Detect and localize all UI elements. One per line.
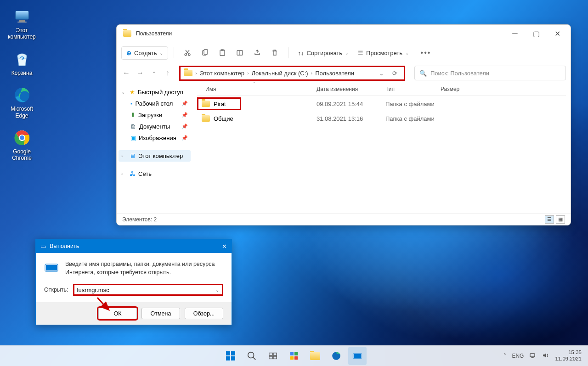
close-button[interactable]: ✕ (222, 243, 227, 250)
delete-button[interactable] (267, 45, 283, 61)
col-type[interactable]: Тип (385, 86, 441, 92)
desktop-icon-label: Microsoft Edge (11, 106, 33, 119)
address-bar[interactable]: › Этот компьютер › Локальный диск (C:) ›… (179, 66, 405, 81)
svg-rect-18 (226, 351, 230, 355)
sidebar-item-this-pc[interactable]: › 🖥 Этот компьютер (119, 150, 191, 162)
close-button[interactable]: ✕ (547, 26, 568, 41)
sidebar-item-network[interactable]: › 🖧 Сеть (119, 168, 191, 180)
minimize-button[interactable]: ─ (504, 26, 526, 41)
sidebar-quick-access[interactable]: ⌄ ★ Быстрый доступ (119, 86, 191, 98)
svg-rect-12 (220, 50, 225, 56)
recycle-bin-icon (12, 50, 32, 69)
tray-chevron-icon[interactable]: ˄ (503, 353, 506, 359)
details-view-toggle[interactable]: ☰ (545, 215, 554, 224)
search-button[interactable] (243, 347, 261, 365)
address-dropdown[interactable]: ⌄ (376, 70, 387, 77)
rename-button[interactable] (232, 45, 248, 61)
paste-button[interactable] (215, 45, 230, 61)
edge-taskbar-button[interactable] (327, 347, 345, 365)
run-prompt: Введите имя программы, папки, документа … (65, 260, 223, 276)
network-icon[interactable] (529, 352, 537, 360)
cancel-button[interactable]: Отмена (141, 308, 180, 319)
sidebar-item-desktop[interactable]: ▪ Рабочий стол 📌 (119, 98, 191, 109)
column-headers[interactable]: Имя Дата изменения Тип Размер (197, 83, 566, 96)
run-titlebar[interactable]: ▭ Выполнить ✕ (36, 239, 232, 253)
file-row[interactable]: Общие 31.08.2021 13:16 Папка с файлами (197, 112, 566, 125)
search-input[interactable]: 🔍 Поиск: Пользователи (414, 66, 566, 80)
new-label: Создать (134, 50, 157, 56)
pin-icon: 📌 (181, 112, 188, 118)
sidebar-item-documents[interactable]: 🗎 Документы 📌 (119, 121, 191, 132)
desktop-icons: Этот компьютер Корзина Microsoft Edge Go… (5, 7, 39, 162)
time-text: 15:35 (555, 349, 582, 356)
share-button[interactable] (249, 45, 265, 61)
sidebar-item-pictures[interactable]: ▣ Изображения 📌 (119, 132, 191, 144)
file-name: Общие (214, 115, 233, 122)
desktop-icon-label: Корзина (11, 70, 33, 76)
sidebar-label: Быстрый доступ (138, 89, 183, 96)
explorer-taskbar-button[interactable] (306, 347, 324, 365)
up-button[interactable]: ↑ (163, 69, 173, 77)
folder-icon (123, 30, 131, 37)
col-size[interactable]: Размер (441, 86, 477, 92)
toolbar: ⊕ Создать ⌄ ↑↓ Сортировать ⌄ ☰ Просмотре… (117, 42, 571, 63)
run-taskbar-button[interactable] (348, 347, 367, 365)
clock[interactable]: 15:35 11.09.2021 (555, 349, 582, 362)
search-placeholder: Поиск: Пользователи (430, 70, 489, 77)
svg-point-22 (248, 352, 254, 358)
sidebar-label: Рабочий стол (136, 100, 173, 107)
desktop-icon-recycle-bin[interactable]: Корзина (5, 50, 39, 76)
breadcrumb-segment[interactable]: Локальный диск (C:) (252, 70, 308, 77)
back-button[interactable]: ← (121, 69, 131, 77)
browse-button[interactable]: Обзор... (185, 308, 223, 319)
widgets-button[interactable] (285, 347, 303, 365)
forward-button[interactable]: → (135, 69, 145, 77)
file-date: 09.09.2021 15:44 (317, 101, 385, 107)
edge-icon (12, 85, 32, 105)
recent-dropdown[interactable]: ⌄ (149, 69, 159, 77)
svg-rect-17 (46, 265, 57, 270)
desktop-icon-chrome[interactable]: Google Chrome (5, 128, 39, 162)
volume-icon[interactable] (542, 352, 549, 360)
svg-rect-34 (354, 354, 362, 358)
chevron-down-icon[interactable]: ⌄ (215, 287, 219, 293)
maximize-button[interactable]: ▢ (526, 26, 547, 41)
sidebar-item-downloads[interactable]: ⬇ Загрузки 📌 (119, 109, 191, 121)
refresh-button[interactable]: ⟳ (390, 70, 400, 77)
svg-line-23 (253, 357, 256, 360)
date-text: 11.09.2021 (555, 356, 582, 362)
file-row[interactable]: Pirat 09.09.2021 15:44 Папка с файлами (197, 97, 566, 110)
start-button[interactable] (221, 347, 240, 365)
sort-button[interactable]: ↑↓ Сортировать ⌄ (294, 47, 352, 59)
col-name[interactable]: Имя (197, 86, 317, 92)
desktop-icon-this-pc[interactable]: Этот компьютер (5, 7, 39, 40)
task-view-button[interactable] (264, 347, 282, 365)
pin-icon: 📌 (181, 124, 188, 130)
run-input[interactable]: lusrmgr.msc ⌄ (73, 284, 223, 296)
new-button[interactable]: ⊕ Создать ⌄ (121, 46, 168, 60)
svg-rect-24 (269, 353, 272, 356)
svg-rect-28 (290, 352, 294, 355)
more-button[interactable]: ••• (418, 45, 434, 61)
view-button[interactable]: ☰ Просмотреть ⌄ (354, 47, 413, 59)
breadcrumb-segment[interactable]: Этот компьютер (200, 70, 244, 77)
icons-view-toggle[interactable]: ▦ (556, 215, 565, 224)
svg-rect-25 (273, 353, 277, 356)
run-value: lusrmgr.msc (77, 287, 109, 293)
svg-rect-26 (269, 356, 272, 359)
file-list: ˄ Имя Дата изменения Тип Размер Pirat 09… (192, 83, 571, 213)
ok-button[interactable]: ОК (98, 308, 137, 319)
cut-button[interactable] (180, 45, 195, 61)
svg-rect-35 (530, 354, 535, 357)
sidebar-label: Изображения (139, 135, 176, 141)
sort-label: Сортировать (306, 50, 342, 56)
svg-rect-11 (204, 50, 208, 54)
copy-button[interactable] (197, 45, 213, 61)
titlebar[interactable]: Пользователи ─ ▢ ✕ (117, 25, 571, 42)
col-date[interactable]: Дата изменения (317, 86, 385, 92)
chevron-down-icon: ⌄ (345, 51, 349, 56)
desktop-icon-edge[interactable]: Microsoft Edge (5, 85, 39, 119)
breadcrumb-segment[interactable]: Пользователи (315, 70, 354, 77)
language-indicator[interactable]: ENG (512, 353, 524, 359)
cancel-label: Отмена (151, 310, 171, 317)
